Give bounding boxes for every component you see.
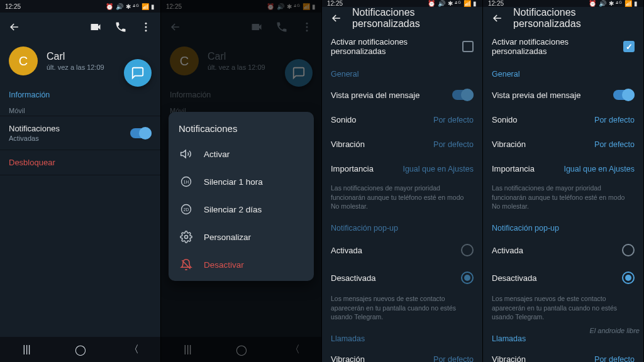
row-unblock[interactable]: Desbloquear <box>0 150 160 175</box>
status-bar: 12:25 ⏰ 🔊 ✱ ⁴ᴳ 📶 ▮ <box>483 0 643 7</box>
enable-checkbox[interactable] <box>623 41 635 52</box>
status-icons: ⏰ 🔊 ✱ ⁴ᴳ 📶 ▮ <box>428 0 477 7</box>
sheet-label: Desactivar <box>204 260 244 270</box>
mobile-label: Móvil <box>0 103 160 116</box>
importance-value: Igual que en Ajustes <box>564 165 635 173</box>
section-general: General <box>483 63 643 82</box>
row-notifications[interactable]: Notificaciones Activadas <box>0 116 160 150</box>
row-vibration: Vibración Por defecto <box>322 132 482 156</box>
section-popup: Notificación pop-up <box>322 217 482 236</box>
row-popup-on[interactable]: Activada <box>483 236 643 264</box>
row-popup-on: Activada <box>322 236 482 264</box>
nav-back[interactable]: 〈 <box>121 343 147 356</box>
importance-label: Importancia <box>492 164 535 173</box>
row-popup-off[interactable]: Desactivada <box>483 264 643 292</box>
preview-toggle <box>452 90 474 100</box>
enable-label: Activar notificaciones personalizadas <box>331 37 462 56</box>
row-preview[interactable]: Vista previa del mensaje <box>483 82 643 107</box>
section-calls: Llamadas <box>322 328 482 347</box>
page-title: Notificaciones personalizadas <box>352 7 477 30</box>
svg-point-0 <box>145 23 147 25</box>
screen-profile: 12:25 ⏰ 🔊 ✱ ⁴ᴳ 📶 ▮ C Carl últ. vez a las… <box>0 0 161 362</box>
speaker-icon <box>180 148 192 160</box>
clock-icon: 2D <box>180 203 192 216</box>
back-button[interactable] <box>5 18 24 36</box>
svg-text:1H: 1H <box>184 180 189 184</box>
screen-sheet: 12:25 ⏰ 🔊 ✱ ⁴ᴳ 📶 ▮ C Carl últ. vez a las… <box>161 0 322 362</box>
sound-value: Por defecto <box>433 116 474 124</box>
row-calls-vibration: Vibración Por defecto <box>322 347 482 362</box>
sheet-item-mute-2d[interactable]: 2D Silenciar 2 días <box>169 195 314 223</box>
section-info: Información <box>0 84 160 103</box>
priority-help: Las notificaciones de mayor prioridad fu… <box>483 181 643 217</box>
section-general: General <box>322 63 482 82</box>
popup-on-radio[interactable] <box>622 244 635 256</box>
message-fab[interactable] <box>124 59 152 87</box>
nav-bar: ||| ◯ 〈 <box>0 337 160 362</box>
popup-on-radio <box>461 244 474 256</box>
mute-icon <box>180 258 192 271</box>
back-button[interactable] <box>488 9 507 28</box>
popup-off-label: Desactivada <box>492 273 537 283</box>
sheet-label: Activar <box>204 150 230 159</box>
status-time: 12:25 <box>488 0 504 7</box>
enable-checkbox[interactable] <box>462 41 474 52</box>
svg-point-10 <box>185 236 188 239</box>
unblock-label: Desbloquear <box>9 158 55 167</box>
contact-name: Carl <box>47 51 104 62</box>
row-vibration[interactable]: Vibración Por defecto <box>483 132 643 156</box>
row-enable-custom[interactable]: Activar notificaciones personalizadas <box>322 30 482 63</box>
calls-vibration-value: Por defecto <box>594 355 635 362</box>
more-button[interactable] <box>136 18 155 36</box>
priority-help: Las notificaciones de mayor prioridad fu… <box>322 181 482 217</box>
vibration-value: Por defecto <box>433 140 474 149</box>
preview-toggle[interactable] <box>613 90 635 100</box>
video-call-button[interactable] <box>86 18 105 36</box>
popup-off-radio[interactable] <box>622 272 635 284</box>
sheet-item-disable[interactable]: Desactivar <box>169 251 314 278</box>
sheet-item-mute-1h[interactable]: 1H Silenciar 1 hora <box>169 168 314 195</box>
gear-icon <box>180 231 192 243</box>
back-button[interactable] <box>327 9 346 28</box>
sheet-title: Notificaciones <box>169 118 314 140</box>
call-button[interactable] <box>111 18 130 36</box>
sheet-item-customize[interactable]: Personalizar <box>169 223 314 251</box>
row-importance: Importancia Igual que en Ajustes <box>322 156 482 181</box>
sound-value: Por defecto <box>594 116 635 124</box>
sheet-label: Personalizar <box>204 233 251 242</box>
sound-label: Sonido <box>331 115 356 124</box>
popup-off-label: Desactivada <box>331 273 376 283</box>
popup-on-label: Activada <box>331 246 362 255</box>
popup-on-label: Activada <box>492 246 523 255</box>
preview-label: Vista previa del mensaje <box>492 90 580 100</box>
notifications-sheet: Notificaciones Activar 1H Silenciar 1 ho… <box>169 112 314 281</box>
status-bar: 12:25 ⏰ 🔊 ✱ ⁴ᴳ 📶 ▮ <box>0 0 160 13</box>
preview-label: Vista previa del mensaje <box>331 90 419 100</box>
calls-vibration-label: Vibración <box>492 354 526 362</box>
notifications-toggle[interactable] <box>130 128 152 138</box>
clock-icon: 1H <box>180 175 192 188</box>
status-bar: 12:25 ⏰ 🔊 ✱ ⁴ᴳ 📶 ▮ <box>322 0 482 7</box>
vibration-value: Por defecto <box>594 140 635 149</box>
sheet-label: Silenciar 1 hora <box>204 177 263 187</box>
avatar[interactable]: C <box>9 47 38 75</box>
watermark: El androide libre <box>590 327 640 334</box>
row-enable-custom[interactable]: Activar notificaciones personalizadas <box>483 30 643 63</box>
page-title: Notificaciones personalizadas <box>513 7 638 30</box>
row-importance[interactable]: Importancia Igual que en Ajustes <box>483 156 643 181</box>
status-icons: ⏰ 🔊 ✱ ⁴ᴳ 📶 ▮ <box>106 3 155 10</box>
app-bar <box>0 13 160 41</box>
sheet-item-activate[interactable]: Activar <box>169 140 314 168</box>
section-popup: Notificación pop-up <box>483 217 643 236</box>
nav-recent[interactable]: ||| <box>14 344 40 355</box>
status-time: 12:25 <box>327 0 343 7</box>
status-icons: ⏰ 🔊 ✱ ⁴ᴳ 📶 ▮ <box>589 0 638 7</box>
popup-help: Los mensajes nuevos de este contacto apa… <box>483 292 643 328</box>
nav-home[interactable]: ◯ <box>68 344 93 356</box>
svg-text:2D: 2D <box>184 207 189 212</box>
importance-label: Importancia <box>331 164 374 173</box>
svg-point-2 <box>145 30 147 31</box>
row-calls-vibration[interactable]: Vibración Por defecto <box>483 347 643 362</box>
notifications-label: Notificaciones <box>9 124 60 133</box>
row-sound[interactable]: Sonido Por defecto <box>483 107 643 132</box>
